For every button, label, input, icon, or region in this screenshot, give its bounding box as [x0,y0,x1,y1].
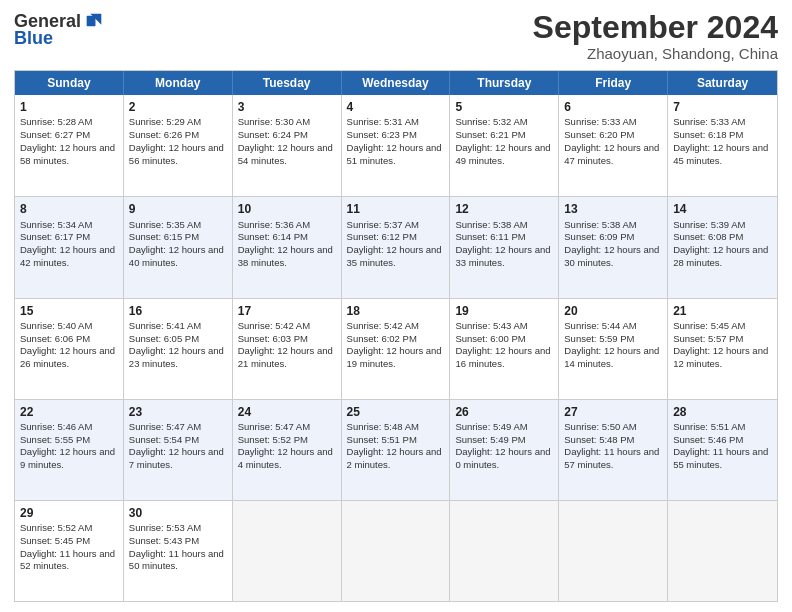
logo: General Blue [14,10,105,49]
cell-sep27: 27 Sunrise: 5:50 AM Sunset: 5:48 PM Dayl… [559,400,668,500]
sunrise-18: Sunrise: 5:42 AM [347,320,419,331]
day-num-30: 30 [129,505,227,521]
daylight-3: Daylight: 12 hours and 54 minutes. [238,142,333,166]
day-num-22: 22 [20,404,118,420]
sunrise-13: Sunrise: 5:38 AM [564,219,636,230]
daylight-14: Daylight: 12 hours and 28 minutes. [673,244,768,268]
sunset-20: Sunset: 5:59 PM [564,333,634,344]
cell-sep8: 8 Sunrise: 5:34 AM Sunset: 6:17 PM Dayli… [15,197,124,297]
daylight-17: Daylight: 12 hours and 21 minutes. [238,345,333,369]
sunset-5: Sunset: 6:21 PM [455,129,525,140]
day-num-12: 12 [455,201,553,217]
header-tuesday: Tuesday [233,71,342,95]
daylight-21: Daylight: 12 hours and 12 minutes. [673,345,768,369]
cell-empty-1 [233,501,342,601]
cell-sep15: 15 Sunrise: 5:40 AM Sunset: 6:06 PM Dayl… [15,299,124,399]
sunrise-19: Sunrise: 5:43 AM [455,320,527,331]
sunrise-29: Sunrise: 5:52 AM [20,522,92,533]
sunrise-24: Sunrise: 5:47 AM [238,421,310,432]
cell-sep6: 6 Sunrise: 5:33 AM Sunset: 6:20 PM Dayli… [559,95,668,196]
daylight-12: Daylight: 12 hours and 33 minutes. [455,244,550,268]
sunset-7: Sunset: 6:18 PM [673,129,743,140]
sunset-22: Sunset: 5:55 PM [20,434,90,445]
sunrise-30: Sunrise: 5:53 AM [129,522,201,533]
sunset-4: Sunset: 6:23 PM [347,129,417,140]
sunrise-9: Sunrise: 5:35 AM [129,219,201,230]
day-num-18: 18 [347,303,445,319]
sunset-15: Sunset: 6:06 PM [20,333,90,344]
day-num-29: 29 [20,505,118,521]
daylight-29: Daylight: 11 hours and 52 minutes. [20,548,115,572]
sunset-6: Sunset: 6:20 PM [564,129,634,140]
cell-sep5: 5 Sunrise: 5:32 AM Sunset: 6:21 PM Dayli… [450,95,559,196]
cell-sep3: 3 Sunrise: 5:30 AM Sunset: 6:24 PM Dayli… [233,95,342,196]
day-num-13: 13 [564,201,662,217]
cell-sep7: 7 Sunrise: 5:33 AM Sunset: 6:18 PM Dayli… [668,95,777,196]
sunrise-1: Sunrise: 5:28 AM [20,116,92,127]
day-num-27: 27 [564,404,662,420]
day-num-26: 26 [455,404,553,420]
daylight-22: Daylight: 12 hours and 9 minutes. [20,446,115,470]
sunset-10: Sunset: 6:14 PM [238,231,308,242]
cell-sep18: 18 Sunrise: 5:42 AM Sunset: 6:02 PM Dayl… [342,299,451,399]
sunset-12: Sunset: 6:11 PM [455,231,525,242]
sunrise-16: Sunrise: 5:41 AM [129,320,201,331]
week-row-1: 1 Sunrise: 5:28 AM Sunset: 6:27 PM Dayli… [15,95,777,196]
cell-sep1: 1 Sunrise: 5:28 AM Sunset: 6:27 PM Dayli… [15,95,124,196]
cell-sep26: 26 Sunrise: 5:49 AM Sunset: 5:49 PM Dayl… [450,400,559,500]
sunrise-23: Sunrise: 5:47 AM [129,421,201,432]
day-num-10: 10 [238,201,336,217]
day-num-3: 3 [238,99,336,115]
day-num-1: 1 [20,99,118,115]
week-row-4: 22 Sunrise: 5:46 AM Sunset: 5:55 PM Dayl… [15,399,777,500]
daylight-30: Daylight: 11 hours and 50 minutes. [129,548,224,572]
cell-sep23: 23 Sunrise: 5:47 AM Sunset: 5:54 PM Dayl… [124,400,233,500]
cell-sep2: 2 Sunrise: 5:29 AM Sunset: 6:26 PM Dayli… [124,95,233,196]
cell-sep14: 14 Sunrise: 5:39 AM Sunset: 6:08 PM Dayl… [668,197,777,297]
cell-sep29: 29 Sunrise: 5:52 AM Sunset: 5:45 PM Dayl… [15,501,124,601]
day-num-9: 9 [129,201,227,217]
day-num-15: 15 [20,303,118,319]
header: General Blue September 2024 Zhaoyuan, Sh… [14,10,778,62]
sunrise-10: Sunrise: 5:36 AM [238,219,310,230]
sunset-16: Sunset: 6:05 PM [129,333,199,344]
sunrise-11: Sunrise: 5:37 AM [347,219,419,230]
cell-sep16: 16 Sunrise: 5:41 AM Sunset: 6:05 PM Dayl… [124,299,233,399]
week-row-3: 15 Sunrise: 5:40 AM Sunset: 6:06 PM Dayl… [15,298,777,399]
sunset-29: Sunset: 5:45 PM [20,535,90,546]
cell-sep4: 4 Sunrise: 5:31 AM Sunset: 6:23 PM Dayli… [342,95,451,196]
day-num-11: 11 [347,201,445,217]
daylight-24: Daylight: 12 hours and 4 minutes. [238,446,333,470]
daylight-16: Daylight: 12 hours and 23 minutes. [129,345,224,369]
cell-sep19: 19 Sunrise: 5:43 AM Sunset: 6:00 PM Dayl… [450,299,559,399]
header-saturday: Saturday [668,71,777,95]
sunset-3: Sunset: 6:24 PM [238,129,308,140]
daylight-4: Daylight: 12 hours and 51 minutes. [347,142,442,166]
sunrise-2: Sunrise: 5:29 AM [129,116,201,127]
sunrise-12: Sunrise: 5:38 AM [455,219,527,230]
sunset-17: Sunset: 6:03 PM [238,333,308,344]
cell-sep30: 30 Sunrise: 5:53 AM Sunset: 5:43 PM Dayl… [124,501,233,601]
sunrise-26: Sunrise: 5:49 AM [455,421,527,432]
day-num-5: 5 [455,99,553,115]
sunset-18: Sunset: 6:02 PM [347,333,417,344]
daylight-5: Daylight: 12 hours and 49 minutes. [455,142,550,166]
daylight-6: Daylight: 12 hours and 47 minutes. [564,142,659,166]
day-num-17: 17 [238,303,336,319]
day-num-25: 25 [347,404,445,420]
sunset-14: Sunset: 6:08 PM [673,231,743,242]
cell-sep12: 12 Sunrise: 5:38 AM Sunset: 6:11 PM Dayl… [450,197,559,297]
cell-sep9: 9 Sunrise: 5:35 AM Sunset: 6:15 PM Dayli… [124,197,233,297]
sunrise-15: Sunrise: 5:40 AM [20,320,92,331]
week-row-2: 8 Sunrise: 5:34 AM Sunset: 6:17 PM Dayli… [15,196,777,297]
logo-icon [83,10,105,32]
location-subtitle: Zhaoyuan, Shandong, China [533,45,778,62]
cell-empty-4 [559,501,668,601]
sunrise-3: Sunrise: 5:30 AM [238,116,310,127]
daylight-13: Daylight: 12 hours and 30 minutes. [564,244,659,268]
day-num-14: 14 [673,201,772,217]
sunset-24: Sunset: 5:52 PM [238,434,308,445]
sunrise-21: Sunrise: 5:45 AM [673,320,745,331]
day-num-6: 6 [564,99,662,115]
sunrise-7: Sunrise: 5:33 AM [673,116,745,127]
